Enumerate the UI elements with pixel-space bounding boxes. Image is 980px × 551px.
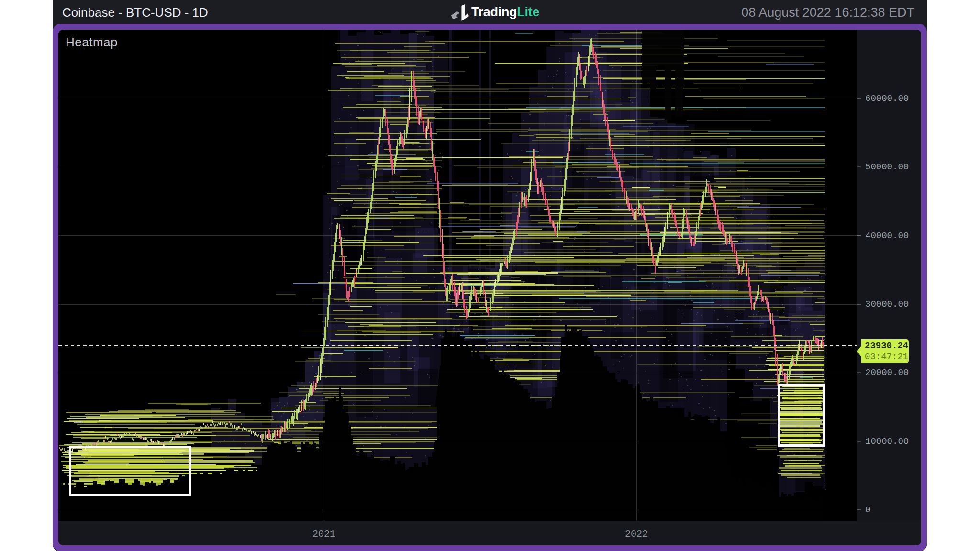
- svg-text:50000.00: 50000.00: [865, 162, 909, 172]
- svg-text:30000.00: 30000.00: [865, 299, 909, 309]
- svg-text:20000.00: 20000.00: [865, 367, 909, 378]
- svg-text:0: 0: [865, 505, 870, 515]
- svg-text:10000.00: 10000.00: [865, 436, 909, 447]
- svg-text:60000.00: 60000.00: [865, 93, 909, 104]
- svg-text:23930.24: 23930.24: [865, 341, 908, 351]
- svg-text:03:47:21: 03:47:21: [865, 352, 908, 362]
- svg-text:40000.00: 40000.00: [865, 231, 909, 241]
